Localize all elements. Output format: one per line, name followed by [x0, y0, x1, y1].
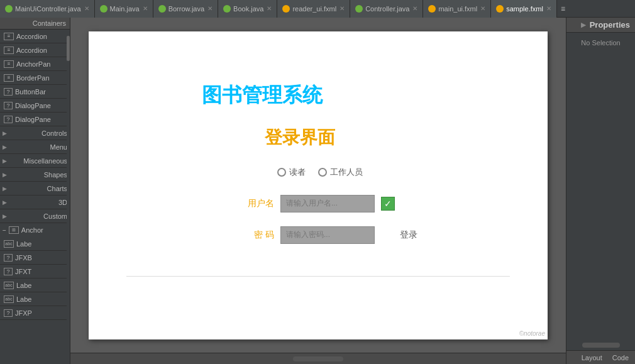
threed-section-header[interactable]: ▶ 3D — [0, 196, 70, 209]
properties-content: No Selection — [566, 33, 635, 340]
design-canvas[interactable]: 图书管理系统 登录界面 读者 工作人员 用户名 — [89, 31, 548, 339]
expanded-section-header[interactable]: − ⊞ Anchor — [0, 223, 70, 237]
list-item-accordion1[interactable]: ≡ Accordion — [0, 30, 70, 43]
right-panel-bottom-bar: Layout Code — [566, 350, 635, 364]
code-button[interactable]: Code — [610, 354, 631, 361]
list-item-borderpane[interactable]: ≡ BorderPan — [0, 71, 70, 85]
question-icon: ? — [4, 309, 13, 317]
list-item-jfxb[interactable]: ? JFXB — [0, 251, 70, 265]
username-label: 用户名 — [240, 198, 274, 209]
tab-icon-green — [355, 5, 363, 13]
canvas-subtitle: 登录界面 — [265, 126, 335, 150]
radio-group: 读者 工作人员 — [277, 167, 363, 178]
list-item-anchorpane[interactable]: ≡ AnchorPan — [0, 57, 70, 71]
list-item-labe2[interactable]: abc Labe — [0, 279, 70, 292]
anchor-icon: ⊞ — [9, 226, 19, 234]
arrow-icon: ▶ — [3, 130, 7, 136]
watermark: ©notorae — [519, 330, 545, 337]
tab-overflow-button[interactable]: ≡ — [557, 4, 569, 13]
arrow-icon: ▶ — [3, 185, 7, 192]
radio-circle-reader[interactable] — [277, 168, 286, 177]
tab-close[interactable]: ✕ — [84, 5, 89, 12]
controls-section-header[interactable]: ▶ Controls — [0, 126, 70, 140]
username-input[interactable]: 请输入用户名... — [280, 195, 375, 212]
tab-close[interactable]: ✕ — [143, 5, 148, 12]
list-item-dialogpane2[interactable]: ? DialogPane — [0, 113, 70, 126]
accordion-icon: ≡ — [4, 33, 14, 40]
radio-reader[interactable]: 读者 — [277, 167, 306, 178]
accordion-icon: ≡ — [4, 47, 14, 54]
arrow-icon: ▶ — [3, 172, 7, 178]
list-item-buttonbar[interactable]: ? ButtonBar — [0, 85, 70, 99]
menu-section-header[interactable]: ▶ Menu — [0, 140, 70, 154]
arrow-icon: ▶ — [3, 213, 7, 219]
tab-mainjava[interactable]: Main.java ✕ — [95, 0, 153, 18]
tab-sample[interactable]: sample.fxml ✕ — [491, 0, 557, 18]
question-icon: ? — [4, 254, 13, 262]
tab-mainui[interactable]: main_ui.fxml ✕ — [423, 0, 491, 18]
borderpane-icon: ≡ — [4, 74, 14, 82]
list-item-labe1[interactable]: abc Labe — [0, 237, 70, 251]
tab-close[interactable]: ✕ — [207, 5, 213, 12]
tab-borrowjava[interactable]: Borrow.java ✕ — [153, 0, 218, 18]
abc-icon: abc — [4, 295, 14, 303]
list-item-labe3[interactable]: abc Labe — [0, 292, 70, 306]
password-row: 密 码 请输入密码... 登录 — [240, 226, 417, 244]
tab-readerui[interactable]: reader_ui.fxml ✕ — [277, 0, 350, 18]
checkbox-remember[interactable]: ✓ — [381, 197, 395, 211]
tab-icon-orange — [496, 5, 504, 13]
tab-icon-green — [223, 5, 231, 13]
tab-icon-green — [5, 5, 13, 13]
tab-controller[interactable]: Controller.java ✕ — [350, 0, 423, 18]
properties-header: ▶ Properties — [566, 18, 635, 33]
main-area: Containers ≡ Accordion ≡ Accordion ≡ Anc… — [0, 18, 635, 364]
tab-close[interactable]: ✕ — [412, 5, 417, 12]
tab-close[interactable]: ✕ — [267, 5, 272, 12]
tab-icon-orange — [282, 5, 290, 13]
list-item-jfxt[interactable]: ? JFXT — [0, 265, 70, 279]
right-panel: ▶ Properties No Selection Layout Code — [566, 18, 635, 364]
question-icon: ? — [4, 116, 13, 123]
custom-section-header[interactable]: ▶ Custom — [0, 209, 70, 223]
list-item-accordion2[interactable]: ≡ Accordion — [0, 43, 70, 57]
canvas-bottom-bar — [70, 353, 566, 364]
misc-section-header[interactable]: ▶ Miscellaneous — [0, 154, 70, 168]
password-input[interactable]: 请输入密码... — [280, 226, 375, 244]
left-panel: Containers ≡ Accordion ≡ Accordion ≡ Anc… — [0, 18, 70, 364]
no-selection-text: No Selection — [581, 39, 620, 47]
charts-section-header[interactable]: ▶ Charts — [0, 182, 70, 196]
arrow-icon: ▶ — [3, 144, 7, 150]
divider-line — [126, 276, 510, 277]
arrow-icon: ▶ — [3, 158, 7, 164]
question-icon: ? — [4, 268, 13, 275]
question-icon: ? — [4, 102, 13, 109]
arrow-icon: ▶ — [3, 199, 7, 206]
canvas-container[interactable]: 图书管理系统 登录界面 读者 工作人员 用户名 — [70, 18, 566, 353]
tab-icon-green — [100, 5, 108, 13]
question-icon: ? — [4, 88, 13, 96]
tab-bookjava[interactable]: Book.java ✕ — [218, 0, 277, 18]
minus-icon: − — [3, 227, 6, 234]
tab-icon-green — [158, 5, 166, 13]
abc-icon: abc — [4, 282, 14, 289]
list-item-dialogpane1[interactable]: ? DialogPane — [0, 99, 70, 113]
tab-close[interactable]: ✕ — [480, 5, 485, 12]
tab-close[interactable]: ✕ — [546, 5, 551, 12]
password-label: 密 码 — [240, 229, 274, 241]
canvas-title: 图书管理系统 — [202, 82, 323, 109]
right-panel-scrollbar[interactable] — [582, 343, 620, 348]
horizontal-scrollbar[interactable] — [293, 356, 343, 361]
abc-icon: abc — [4, 240, 14, 248]
tab-bar: MainUiController.java ✕ Main.java ✕ Borr… — [0, 0, 635, 18]
shapes-section-header[interactable]: ▶ Shapes — [0, 168, 70, 182]
layout-button[interactable]: Layout — [579, 354, 605, 361]
radio-staff[interactable]: 工作人员 — [318, 167, 363, 178]
anchorpane-icon: ≡ — [4, 60, 14, 68]
radio-circle-staff[interactable] — [318, 168, 327, 177]
list-item-jfxp[interactable]: ? JFXP — [0, 306, 70, 320]
login-button[interactable]: 登录 — [400, 229, 417, 241]
tab-close[interactable]: ✕ — [340, 5, 345, 12]
tab-mainuicontroller[interactable]: MainUiController.java ✕ — [0, 0, 95, 18]
containers-section-header[interactable]: Containers — [0, 18, 70, 30]
arrow-icon: ▶ — [581, 21, 586, 28]
